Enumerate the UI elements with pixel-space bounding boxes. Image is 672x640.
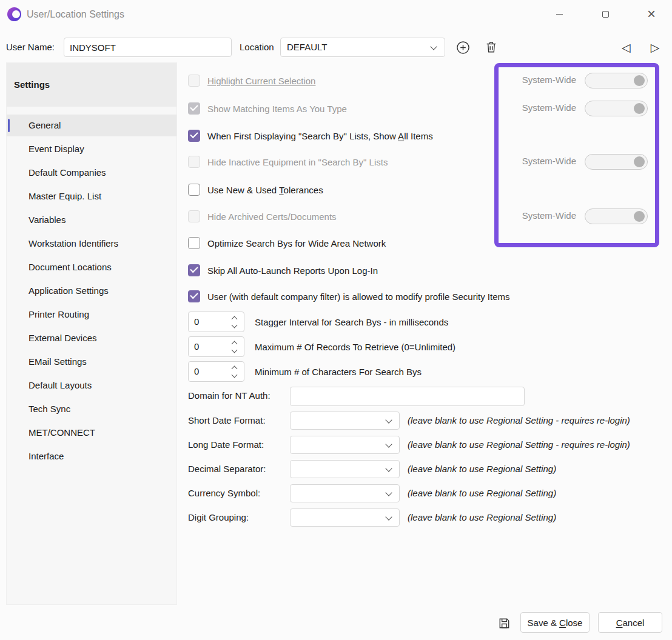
- setting-row-hide-inactive-equipment: Hide Inactive Equipment in "Search By" L…: [188, 152, 388, 172]
- system-wide-toggle[interactable]: [585, 73, 648, 88]
- user-name-input[interactable]: [64, 38, 232, 57]
- digit-grouping-dropdown[interactable]: [290, 508, 400, 527]
- chevron-down-icon: [385, 513, 392, 520]
- next-record-button[interactable]: ▷: [646, 38, 664, 57]
- sidebar-header: Settings: [7, 63, 176, 107]
- skip-auto-launch-reports-checkbox[interactable]: [188, 264, 200, 276]
- chevron-down-icon: [231, 347, 237, 353]
- sidebar-item-application-settings[interactable]: Application Settings: [7, 280, 176, 302]
- long-date-format-label: Long Date Format:: [188, 435, 264, 455]
- sidebar-item-document-locations[interactable]: Document Locations: [7, 256, 176, 278]
- chevron-down-icon: [231, 372, 237, 378]
- previous-record-button[interactable]: ◁: [617, 38, 635, 57]
- chevron-up-icon: [231, 341, 237, 347]
- sidebar-item-tech-sync[interactable]: Tech Sync: [7, 398, 176, 420]
- floppy-disk-icon: [497, 616, 511, 630]
- show-matching-items-checkbox[interactable]: [188, 102, 200, 115]
- decimal-separator-dropdown[interactable]: [290, 460, 400, 478]
- show-all-items-checkbox[interactable]: [188, 130, 200, 142]
- delete-location-button[interactable]: [483, 39, 500, 56]
- stagger-interval-row: 0 Stagger Interval for Search Bys - in m…: [188, 312, 448, 332]
- setting-row-modify-security-items: User (with default company filter) is al…: [188, 286, 510, 307]
- add-location-button[interactable]: [454, 39, 471, 56]
- setting-row-show-matching-items: Show Matching Items As You Type: [188, 98, 347, 119]
- sidebar-item-general[interactable]: General: [7, 115, 176, 136]
- toggle-knob: [634, 103, 645, 114]
- save-and-close-button[interactable]: Save & Close: [520, 612, 590, 633]
- short-date-format-label: Short Date Format:: [188, 411, 266, 430]
- window-title: User/Location Settings: [27, 0, 124, 29]
- system-wide-toggle[interactable]: [585, 101, 648, 116]
- close-icon: ×: [647, 7, 656, 21]
- sidebar-item-event-display[interactable]: Event Display: [7, 138, 176, 160]
- save-and-close-label: Save & Close: [528, 618, 583, 628]
- sidebar-item-external-devices[interactable]: External Devices: [7, 327, 176, 349]
- sidebar-item-email-settings[interactable]: EMail Settings: [7, 351, 176, 373]
- sidebar-item-workstation-identifiers[interactable]: Workstation Identifiers: [7, 233, 176, 255]
- app-logo-icon: [7, 7, 21, 21]
- setting-row-highlight-current-selection: Highlight Current Selection: [188, 70, 315, 91]
- chevron-down-icon: [385, 489, 392, 496]
- optimize-search-bys-checkbox[interactable]: [188, 237, 200, 249]
- setting-label: Skip All Auto-Launch Reports Upon Log-In: [207, 265, 378, 276]
- setting-row-hide-archived-certs: Hide Archived Certs/Documents: [188, 206, 337, 227]
- stepper-label: Minimum # of Characters For Search Bys: [255, 367, 422, 377]
- maximize-button[interactable]: [591, 1, 619, 27]
- title-bar: User/Location Settings ×: [0, 0, 672, 29]
- system-wide-toggle[interactable]: [585, 208, 648, 224]
- sidebar-item-variables[interactable]: Variables: [7, 209, 176, 231]
- modify-security-items-checkbox[interactable]: [188, 290, 200, 302]
- setting-row-new-used-tolerances: Use New & Used Tolerances: [188, 179, 323, 200]
- setting-label: Highlight Current Selection: [207, 76, 315, 86]
- toggle-knob: [634, 75, 645, 86]
- regional-setting-note: (leave blank to use Regional Setting): [408, 508, 556, 527]
- max-records-stepper[interactable]: 0: [188, 336, 244, 357]
- highlight-current-selection-checkbox[interactable]: [188, 75, 200, 87]
- regional-setting-note: (leave blank to use Regional Setting): [408, 484, 556, 502]
- location-value: DEFAULT: [287, 38, 327, 56]
- sidebar-item-interface[interactable]: Interface: [7, 445, 176, 467]
- stagger-interval-stepper[interactable]: 0: [188, 312, 244, 332]
- minimize-button[interactable]: [545, 1, 573, 27]
- number-stepper[interactable]: [230, 315, 238, 329]
- location-dropdown[interactable]: DEFAULT: [280, 38, 445, 57]
- setting-label: When First Displaying "Search By" Lists,…: [207, 131, 433, 141]
- system-wide-toggle[interactable]: [585, 154, 648, 170]
- sidebar-item-printer-routing[interactable]: Printer Routing: [7, 304, 176, 325]
- sidebar-item-met-connect[interactable]: MET/CONNECT: [7, 422, 176, 444]
- long-date-format-dropdown[interactable]: [290, 436, 400, 454]
- hide-inactive-equipment-checkbox[interactable]: [188, 156, 200, 168]
- currency-symbol-dropdown[interactable]: [290, 484, 400, 502]
- number-stepper[interactable]: [230, 364, 238, 379]
- decimal-separator-label: Decimal Separator:: [188, 459, 266, 479]
- sidebar-item-default-layouts[interactable]: Default Layouts: [7, 375, 176, 396]
- min-characters-stepper[interactable]: 0: [188, 361, 244, 382]
- stepper-value: 0: [194, 337, 199, 356]
- stepper-value: 0: [194, 362, 199, 381]
- setting-label: User (with default company filter) is al…: [207, 292, 510, 302]
- minimize-icon: [556, 14, 563, 15]
- stepper-label: Stagger Interval for Search Bys - in mil…: [255, 317, 448, 327]
- digit-grouping-label: Digit Grouping:: [188, 508, 249, 527]
- short-date-format-dropdown[interactable]: [290, 412, 400, 430]
- chevron-down-icon: [430, 43, 437, 50]
- sidebar-item-default-companies[interactable]: Default Companies: [7, 162, 176, 184]
- chevron-down-icon: [385, 441, 392, 447]
- system-wide-label: System-Wide: [491, 210, 576, 221]
- domain-nt-auth-input[interactable]: [290, 387, 525, 406]
- regional-setting-note: (leave blank to use Regional Setting - r…: [408, 412, 630, 430]
- save-button[interactable]: [495, 614, 513, 632]
- new-used-tolerances-checkbox[interactable]: [188, 184, 200, 196]
- maximize-icon: [602, 11, 609, 18]
- cancel-button[interactable]: Cancel: [598, 612, 662, 633]
- sidebar-item-master-equip-list[interactable]: Master Equip. List: [7, 185, 176, 207]
- toggle-knob: [634, 156, 645, 167]
- hide-archived-certs-checkbox[interactable]: [188, 210, 200, 222]
- currency-symbol-label: Currency Symbol:: [188, 484, 260, 503]
- chevron-down-icon: [231, 322, 237, 328]
- domain-nt-auth-label: Domain for NT Auth:: [188, 386, 270, 405]
- number-stepper[interactable]: [230, 339, 238, 354]
- chevron-down-icon: [385, 465, 392, 472]
- regional-setting-note: (leave blank to use Regional Setting - r…: [408, 436, 630, 454]
- close-button[interactable]: ×: [637, 1, 665, 27]
